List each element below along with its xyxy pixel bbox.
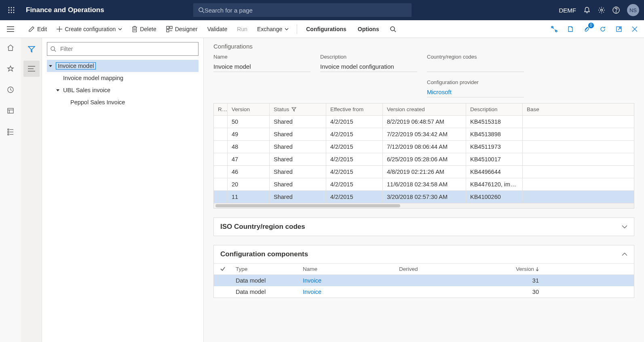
components-fasttab: Configuration components Type Name Deriv…: [213, 245, 634, 298]
exchange-button[interactable]: Exchange: [253, 23, 293, 35]
name-field[interactable]: Invoice model: [213, 61, 310, 72]
provider-field[interactable]: Microsoft: [427, 87, 524, 97]
chevron-up-icon: [622, 253, 627, 256]
gear-icon[interactable]: [598, 6, 605, 14]
recent-icon[interactable]: [4, 83, 17, 96]
page-title: Configurations: [213, 43, 634, 50]
chevron-down-icon: [622, 225, 627, 228]
filter-icon: [291, 107, 296, 112]
popout-icon[interactable]: [612, 23, 625, 35]
tree-item-peppol-sales-invoice[interactable]: Peppol Sales Invoice: [47, 96, 198, 108]
svg-point-9: [199, 8, 203, 12]
table-row[interactable]: 49Shared4/2/20157/22/2019 05:34:42 AMKB4…: [214, 128, 634, 141]
create-config-button[interactable]: Create configuration: [53, 23, 126, 35]
table-row[interactable]: 47Shared4/2/20156/25/2019 05:28:06 AMKB4…: [214, 153, 634, 166]
svg-point-5: [13, 10, 15, 11]
description-field[interactable]: Invoice model configuration: [320, 61, 417, 72]
name-label: Name: [213, 54, 310, 60]
iso-fasttab-toggle[interactable]: ISO Country/region codes: [214, 218, 634, 236]
filter-icon[interactable]: [23, 41, 40, 57]
workspace-icon[interactable]: [4, 104, 17, 117]
tree-filter-input[interactable]: [47, 42, 198, 56]
delete-button[interactable]: Delete: [128, 23, 160, 35]
svg-rect-38: [8, 134, 9, 135]
svg-rect-21: [167, 30, 169, 32]
app-title: Finance and Operations: [26, 6, 104, 14]
svg-point-23: [391, 27, 395, 31]
svg-line-44: [54, 50, 56, 52]
edit-button[interactable]: Edit: [24, 23, 51, 35]
svg-line-10: [203, 11, 204, 13]
tab-configurations[interactable]: Configurations: [301, 23, 351, 35]
svg-point-43: [51, 46, 55, 50]
svg-rect-36: [8, 131, 9, 133]
horizontal-scrollbar[interactable]: [214, 203, 634, 208]
lines-icon[interactable]: [23, 61, 40, 77]
col-created[interactable]: Version created: [383, 103, 466, 115]
company-picker[interactable]: DEMF: [559, 7, 576, 14]
collapse-icon[interactable]: [56, 88, 63, 92]
svg-point-6: [8, 12, 10, 13]
page-search-icon[interactable]: [386, 23, 400, 35]
office-icon[interactable]: [564, 23, 577, 35]
bell-icon[interactable]: [583, 6, 591, 14]
chevron-down-icon: [118, 28, 122, 30]
tree-item-invoice-model[interactable]: Invoice model: [47, 60, 198, 72]
help-icon[interactable]: [612, 6, 620, 14]
attach-icon[interactable]: 0: [580, 23, 593, 35]
svg-rect-20: [170, 26, 172, 29]
table-row[interactable]: 48Shared4/2/20157/12/2019 08:06:44 AMKB4…: [214, 141, 634, 153]
component-name-link[interactable]: Invoice: [303, 277, 321, 284]
table-row[interactable]: 46Shared4/2/20154/8/2019 02:21:26 AMKB44…: [214, 166, 634, 178]
select-all[interactable]: [214, 266, 232, 272]
svg-point-4: [11, 10, 12, 11]
search-input[interactable]: [205, 7, 407, 14]
connector-icon[interactable]: [548, 23, 561, 35]
nav-hamburger-icon[interactable]: [0, 20, 21, 38]
designer-button[interactable]: Designer: [162, 23, 202, 35]
tab-options[interactable]: Options: [353, 23, 384, 35]
close-icon[interactable]: [629, 24, 641, 34]
svg-rect-31: [8, 108, 13, 113]
table-row[interactable]: Data modelInvoice30: [214, 286, 634, 298]
tree-item-invoice-model-mapping[interactable]: Invoice model mapping: [47, 72, 198, 84]
svg-point-13: [616, 12, 616, 12]
col-r[interactable]: R...: [214, 103, 228, 115]
svg-point-11: [601, 9, 603, 11]
apps-icon[interactable]: [5, 7, 18, 13]
svg-point-0: [8, 7, 10, 8]
table-row[interactable]: 20Shared4/2/201511/6/2018 02:34:58 AMKB4…: [214, 178, 634, 191]
home-icon[interactable]: [4, 41, 17, 54]
col-status[interactable]: Status: [270, 103, 326, 115]
avatar[interactable]: NS: [627, 4, 639, 16]
svg-rect-19: [167, 26, 169, 29]
col-version[interactable]: Version: [228, 103, 270, 115]
col-type[interactable]: Type: [232, 266, 303, 272]
table-row[interactable]: 11Shared4/2/20153/20/2018 02:57:30 AMKB4…: [214, 191, 634, 203]
star-icon[interactable]: [4, 62, 17, 75]
table-row[interactable]: Data modelInvoice31: [214, 275, 634, 286]
versions-grid: R... Version Status Effective from Versi…: [213, 103, 634, 209]
global-search[interactable]: [193, 3, 412, 17]
components-fasttab-toggle[interactable]: Configuration components: [214, 245, 634, 263]
col-name[interactable]: Name: [303, 266, 399, 272]
region-label: Country/region codes: [427, 54, 524, 60]
table-row[interactable]: 50Shared4/2/20158/2/2019 06:48:57 AMKB45…: [214, 116, 634, 128]
refresh-icon[interactable]: [596, 23, 609, 35]
svg-point-3: [8, 10, 10, 11]
col-desc[interactable]: Description: [466, 103, 523, 115]
col-effective[interactable]: Effective from: [326, 103, 383, 115]
tree-item-ubl-sales-invoice[interactable]: UBL Sales invoice: [47, 84, 198, 96]
validate-button[interactable]: Validate: [203, 23, 232, 35]
description-label: Description: [320, 54, 417, 60]
provider-label: Configuration provider: [427, 79, 524, 85]
col-version[interactable]: Version: [464, 266, 545, 272]
region-field[interactable]: [427, 61, 524, 72]
component-name-link[interactable]: Invoice: [303, 289, 321, 295]
col-base[interactable]: Base: [523, 103, 634, 115]
modules-icon[interactable]: [4, 125, 17, 138]
search-icon: [50, 46, 56, 52]
col-derived[interactable]: Derived: [399, 266, 464, 272]
collapse-icon[interactable]: [49, 64, 56, 68]
svg-line-24: [394, 30, 396, 32]
